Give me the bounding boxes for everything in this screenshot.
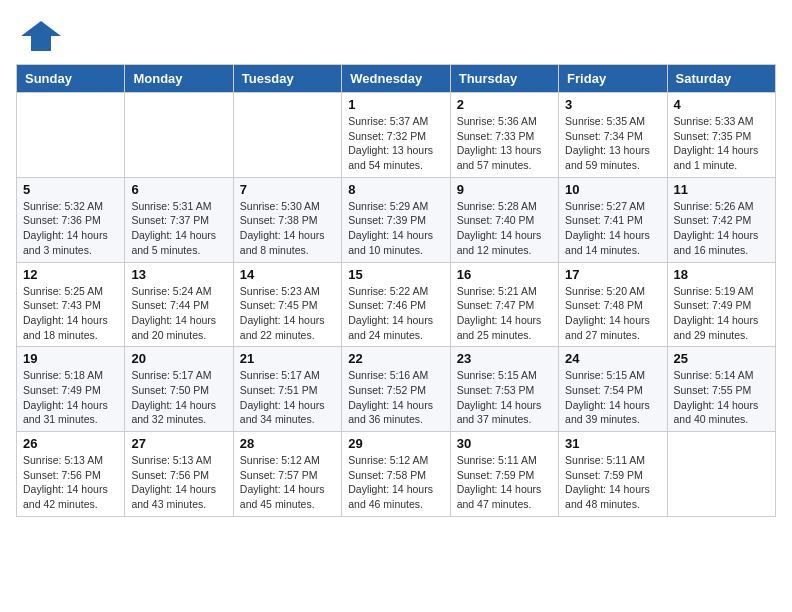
- day-info: Sunrise: 5:19 AM Sunset: 7:49 PM Dayligh…: [674, 284, 769, 343]
- day-info: Sunrise: 5:28 AM Sunset: 7:40 PM Dayligh…: [457, 199, 552, 258]
- day-info: Sunrise: 5:21 AM Sunset: 7:47 PM Dayligh…: [457, 284, 552, 343]
- day-cell: 17Sunrise: 5:20 AM Sunset: 7:48 PM Dayli…: [559, 262, 667, 347]
- day-number: 18: [674, 267, 769, 282]
- logo: General Blue: [16, 16, 70, 56]
- day-cell: 6Sunrise: 5:31 AM Sunset: 7:37 PM Daylig…: [125, 177, 233, 262]
- day-number: 28: [240, 436, 335, 451]
- weekday-header-saturday: Saturday: [667, 65, 775, 93]
- day-cell: 7Sunrise: 5:30 AM Sunset: 7:38 PM Daylig…: [233, 177, 341, 262]
- day-info: Sunrise: 5:12 AM Sunset: 7:57 PM Dayligh…: [240, 453, 335, 512]
- day-number: 23: [457, 351, 552, 366]
- day-cell: 16Sunrise: 5:21 AM Sunset: 7:47 PM Dayli…: [450, 262, 558, 347]
- day-info: Sunrise: 5:32 AM Sunset: 7:36 PM Dayligh…: [23, 199, 118, 258]
- day-cell: [667, 432, 775, 517]
- day-info: Sunrise: 5:13 AM Sunset: 7:56 PM Dayligh…: [131, 453, 226, 512]
- weekday-header-sunday: Sunday: [17, 65, 125, 93]
- week-row-4: 19Sunrise: 5:18 AM Sunset: 7:49 PM Dayli…: [17, 347, 776, 432]
- page-header: General Blue: [16, 16, 776, 56]
- day-info: Sunrise: 5:25 AM Sunset: 7:43 PM Dayligh…: [23, 284, 118, 343]
- day-number: 31: [565, 436, 660, 451]
- day-number: 27: [131, 436, 226, 451]
- day-number: 2: [457, 97, 552, 112]
- day-cell: 11Sunrise: 5:26 AM Sunset: 7:42 PM Dayli…: [667, 177, 775, 262]
- day-info: Sunrise: 5:18 AM Sunset: 7:49 PM Dayligh…: [23, 368, 118, 427]
- day-info: Sunrise: 5:20 AM Sunset: 7:48 PM Dayligh…: [565, 284, 660, 343]
- day-cell: 2Sunrise: 5:36 AM Sunset: 7:33 PM Daylig…: [450, 93, 558, 178]
- weekday-header-row: SundayMondayTuesdayWednesdayThursdayFrid…: [17, 65, 776, 93]
- day-number: 7: [240, 182, 335, 197]
- day-cell: 18Sunrise: 5:19 AM Sunset: 7:49 PM Dayli…: [667, 262, 775, 347]
- day-info: Sunrise: 5:31 AM Sunset: 7:37 PM Dayligh…: [131, 199, 226, 258]
- day-info: Sunrise: 5:22 AM Sunset: 7:46 PM Dayligh…: [348, 284, 443, 343]
- week-row-3: 12Sunrise: 5:25 AM Sunset: 7:43 PM Dayli…: [17, 262, 776, 347]
- day-info: Sunrise: 5:11 AM Sunset: 7:59 PM Dayligh…: [457, 453, 552, 512]
- day-cell: [233, 93, 341, 178]
- day-number: 30: [457, 436, 552, 451]
- day-info: Sunrise: 5:36 AM Sunset: 7:33 PM Dayligh…: [457, 114, 552, 173]
- day-info: Sunrise: 5:11 AM Sunset: 7:59 PM Dayligh…: [565, 453, 660, 512]
- day-info: Sunrise: 5:17 AM Sunset: 7:50 PM Dayligh…: [131, 368, 226, 427]
- day-number: 16: [457, 267, 552, 282]
- day-number: 11: [674, 182, 769, 197]
- day-cell: 3Sunrise: 5:35 AM Sunset: 7:34 PM Daylig…: [559, 93, 667, 178]
- day-cell: [17, 93, 125, 178]
- day-info: Sunrise: 5:29 AM Sunset: 7:39 PM Dayligh…: [348, 199, 443, 258]
- day-number: 29: [348, 436, 443, 451]
- day-number: 3: [565, 97, 660, 112]
- day-number: 1: [348, 97, 443, 112]
- day-info: Sunrise: 5:12 AM Sunset: 7:58 PM Dayligh…: [348, 453, 443, 512]
- logo-bird-icon: [16, 16, 66, 56]
- day-cell: 20Sunrise: 5:17 AM Sunset: 7:50 PM Dayli…: [125, 347, 233, 432]
- day-number: 21: [240, 351, 335, 366]
- day-number: 9: [457, 182, 552, 197]
- day-cell: 31Sunrise: 5:11 AM Sunset: 7:59 PM Dayli…: [559, 432, 667, 517]
- weekday-header-thursday: Thursday: [450, 65, 558, 93]
- day-info: Sunrise: 5:13 AM Sunset: 7:56 PM Dayligh…: [23, 453, 118, 512]
- day-cell: 25Sunrise: 5:14 AM Sunset: 7:55 PM Dayli…: [667, 347, 775, 432]
- day-info: Sunrise: 5:24 AM Sunset: 7:44 PM Dayligh…: [131, 284, 226, 343]
- day-number: 8: [348, 182, 443, 197]
- day-number: 5: [23, 182, 118, 197]
- day-number: 19: [23, 351, 118, 366]
- day-number: 14: [240, 267, 335, 282]
- day-cell: 24Sunrise: 5:15 AM Sunset: 7:54 PM Dayli…: [559, 347, 667, 432]
- day-cell: 21Sunrise: 5:17 AM Sunset: 7:51 PM Dayli…: [233, 347, 341, 432]
- week-row-2: 5Sunrise: 5:32 AM Sunset: 7:36 PM Daylig…: [17, 177, 776, 262]
- day-cell: 8Sunrise: 5:29 AM Sunset: 7:39 PM Daylig…: [342, 177, 450, 262]
- day-number: 20: [131, 351, 226, 366]
- day-info: Sunrise: 5:14 AM Sunset: 7:55 PM Dayligh…: [674, 368, 769, 427]
- day-cell: 26Sunrise: 5:13 AM Sunset: 7:56 PM Dayli…: [17, 432, 125, 517]
- day-cell: [125, 93, 233, 178]
- day-number: 17: [565, 267, 660, 282]
- day-cell: 23Sunrise: 5:15 AM Sunset: 7:53 PM Dayli…: [450, 347, 558, 432]
- weekday-header-tuesday: Tuesday: [233, 65, 341, 93]
- day-number: 10: [565, 182, 660, 197]
- day-cell: 22Sunrise: 5:16 AM Sunset: 7:52 PM Dayli…: [342, 347, 450, 432]
- day-cell: 5Sunrise: 5:32 AM Sunset: 7:36 PM Daylig…: [17, 177, 125, 262]
- day-number: 13: [131, 267, 226, 282]
- day-number: 6: [131, 182, 226, 197]
- day-cell: 27Sunrise: 5:13 AM Sunset: 7:56 PM Dayli…: [125, 432, 233, 517]
- day-info: Sunrise: 5:16 AM Sunset: 7:52 PM Dayligh…: [348, 368, 443, 427]
- day-info: Sunrise: 5:37 AM Sunset: 7:32 PM Dayligh…: [348, 114, 443, 173]
- day-cell: 1Sunrise: 5:37 AM Sunset: 7:32 PM Daylig…: [342, 93, 450, 178]
- day-info: Sunrise: 5:35 AM Sunset: 7:34 PM Dayligh…: [565, 114, 660, 173]
- day-cell: 4Sunrise: 5:33 AM Sunset: 7:35 PM Daylig…: [667, 93, 775, 178]
- day-cell: 19Sunrise: 5:18 AM Sunset: 7:49 PM Dayli…: [17, 347, 125, 432]
- weekday-header-wednesday: Wednesday: [342, 65, 450, 93]
- day-cell: 9Sunrise: 5:28 AM Sunset: 7:40 PM Daylig…: [450, 177, 558, 262]
- day-info: Sunrise: 5:23 AM Sunset: 7:45 PM Dayligh…: [240, 284, 335, 343]
- day-cell: 28Sunrise: 5:12 AM Sunset: 7:57 PM Dayli…: [233, 432, 341, 517]
- day-number: 25: [674, 351, 769, 366]
- day-info: Sunrise: 5:27 AM Sunset: 7:41 PM Dayligh…: [565, 199, 660, 258]
- day-info: Sunrise: 5:26 AM Sunset: 7:42 PM Dayligh…: [674, 199, 769, 258]
- day-info: Sunrise: 5:30 AM Sunset: 7:38 PM Dayligh…: [240, 199, 335, 258]
- day-cell: 10Sunrise: 5:27 AM Sunset: 7:41 PM Dayli…: [559, 177, 667, 262]
- day-info: Sunrise: 5:15 AM Sunset: 7:53 PM Dayligh…: [457, 368, 552, 427]
- day-info: Sunrise: 5:17 AM Sunset: 7:51 PM Dayligh…: [240, 368, 335, 427]
- day-number: 4: [674, 97, 769, 112]
- day-number: 24: [565, 351, 660, 366]
- day-cell: 14Sunrise: 5:23 AM Sunset: 7:45 PM Dayli…: [233, 262, 341, 347]
- day-number: 12: [23, 267, 118, 282]
- day-cell: 15Sunrise: 5:22 AM Sunset: 7:46 PM Dayli…: [342, 262, 450, 347]
